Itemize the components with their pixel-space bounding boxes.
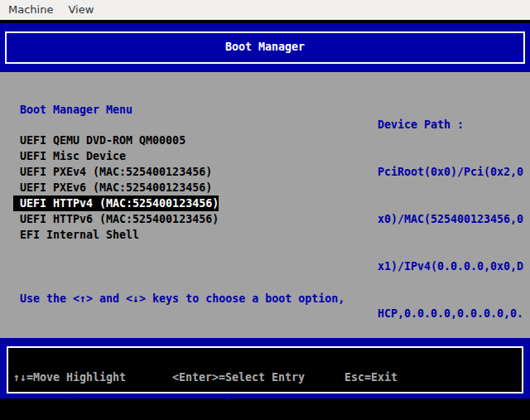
boot-option-pxev4[interactable]: UEFI PXEv4 (MAC:525400123456) [13,164,219,180]
boot-option-pxev6[interactable]: UEFI PXEv6 (MAC:525400123456) [13,180,219,196]
boot-manager-title: Boot Manager [5,31,525,64]
hint-select-entry: <Enter>=Select Entry [172,369,305,385]
help-line: Use the <↑> and <↓> keys to choose a boo… [20,291,344,307]
device-path-line: PciRoot(0x0)/Pci(0x2,0 [378,164,527,180]
boot-option-dvd-rom[interactable]: UEFI QEMU DVD-ROM QM00005 [13,133,219,148]
hint-exit: Esc=Exit [344,369,398,385]
device-path-line: HCP,0.0.0.0,0.0.0.0,0. [378,306,527,321]
device-path-line: x0)/MAC(525400123456,0 [378,211,527,227]
device-path-line: x1)/IPv4(0.0.0.0,0x0,D [378,258,527,274]
menu-view[interactable]: View [60,0,101,20]
hint-move-highlight: ↑↓=Move Highlight [13,369,126,385]
efi-screen: Boot Manager Menu UEFI QEMU DVD-ROM QM00… [0,72,530,338]
boot-manager-menu-heading: Boot Manager Menu [20,102,132,118]
title-band: Boot Manager [0,23,530,72]
menu-machine[interactable]: Machine [1,0,60,20]
footer-band: ↑↓=Move Highlight <Enter>=Select Entry E… [0,338,530,398]
menubar: MachineView [0,0,530,20]
boot-option-list: UEFI QEMU DVD-ROM QM00005 UEFI Misc Devi… [13,133,219,243]
boot-option-httpv4[interactable]: UEFI HTTPv4 (MAC:525400123456) [13,196,219,211]
boot-option-efi-shell[interactable]: EFI Internal Shell [13,227,219,243]
boot-option-misc-device[interactable]: UEFI Misc Device [13,148,219,164]
footer-hints: ↑↓=Move Highlight <Enter>=Select Entry E… [7,346,523,393]
vm-window: MachineView Boot Manager Boot Manager Me… [0,0,530,420]
boot-option-httpv6[interactable]: UEFI HTTPv6 (MAC:525400123456) [13,211,219,227]
device-path-label: Device Path : [378,117,527,133]
